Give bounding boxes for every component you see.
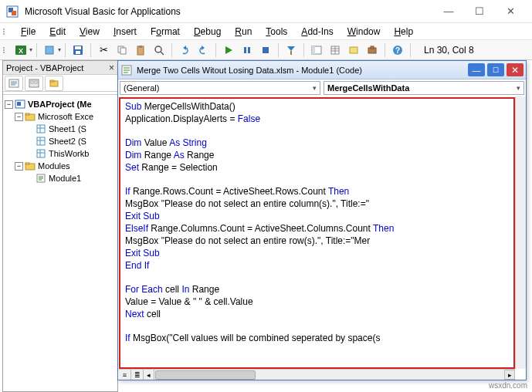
redo-icon[interactable] (195, 42, 212, 59)
mdi-maximize-button[interactable]: ☐ (487, 63, 504, 76)
object-dropdown[interactable]: (General) ▾ (120, 81, 320, 95)
help-icon[interactable]: ? (389, 42, 406, 59)
menu-debug[interactable]: Debug (187, 25, 228, 39)
scroll-right-icon[interactable]: ▸ (504, 370, 515, 380)
svg-rect-8 (76, 51, 80, 54)
folder-icon (25, 161, 36, 171)
toolbox-icon[interactable] (364, 42, 381, 59)
svg-rect-57 (25, 163, 29, 164)
tree-project-root[interactable]: − VBAProject (Me (5, 98, 116, 110)
insert-icon[interactable] (41, 42, 58, 59)
svg-line-14 (161, 52, 164, 55)
view-code-icon[interactable] (5, 76, 23, 91)
vertical-scrollbar[interactable] (515, 96, 526, 369)
menu-window[interactable]: Window (341, 25, 388, 39)
svg-rect-2 (12, 11, 16, 15)
menubar: File Edit View Insert Format Debug Run T… (0, 23, 532, 40)
menu-tools[interactable]: Tools (259, 25, 294, 39)
svg-marker-16 (202, 46, 205, 50)
cut-icon[interactable]: ✂ (95, 42, 112, 59)
menu-insert[interactable]: Insert (107, 25, 144, 39)
titlebar: Microsoft Visual Basic for Applications … (0, 0, 532, 23)
menu-format[interactable]: Format (144, 25, 187, 39)
tree-thisworkbook[interactable]: ThisWorkb (5, 147, 116, 160)
collapse-icon[interactable]: − (15, 162, 23, 171)
menu-addins[interactable]: Add-Ins (294, 25, 340, 39)
properties-icon[interactable] (327, 42, 344, 59)
svg-rect-42 (50, 80, 54, 82)
scroll-thumb[interactable] (155, 370, 256, 380)
toggle-folders-icon[interactable] (45, 76, 63, 91)
excel-dropdown-icon[interactable]: ▾ (29, 46, 32, 53)
svg-rect-18 (244, 47, 246, 53)
project-explorer-panel: Project - VBAProject × − VBAProject (Me … (2, 60, 118, 392)
svg-rect-31 (371, 46, 374, 49)
svg-marker-15 (183, 46, 186, 50)
insert-dropdown-icon[interactable]: ▾ (58, 46, 61, 53)
project-header-title: Project - VBAProject (6, 63, 83, 73)
svg-rect-50 (37, 137, 45, 145)
close-button[interactable]: ✕ (495, 2, 526, 22)
break-icon[interactable] (239, 42, 256, 59)
copy-icon[interactable] (114, 42, 130, 59)
toolbar-grip-icon (3, 47, 11, 53)
view-object-icon[interactable] (25, 76, 43, 91)
menu-run[interactable]: Run (228, 25, 259, 39)
svg-text:?: ? (395, 46, 400, 55)
svg-rect-19 (248, 47, 250, 53)
cursor-position: Ln 30, Col 8 (424, 45, 474, 56)
menu-help[interactable]: Help (387, 25, 420, 39)
svg-rect-53 (37, 150, 45, 157)
mdi-minimize-button[interactable]: — (468, 63, 485, 76)
paste-icon[interactable] (132, 42, 149, 59)
code-window-titlebar[interactable]: Merge Two Cells Witout Losing Data.xlsm … (118, 61, 526, 79)
menu-file[interactable]: File (14, 25, 42, 39)
workbook-icon (36, 148, 46, 159)
undo-icon[interactable] (176, 42, 193, 59)
tree-sheet2[interactable]: Sheet2 (S (5, 135, 116, 147)
svg-rect-20 (263, 47, 269, 53)
tree-sheet1[interactable]: Sheet1 (S (5, 123, 116, 135)
svg-rect-40 (35, 81, 37, 83)
project-close-button[interactable]: × (109, 63, 114, 73)
svg-rect-47 (37, 125, 45, 133)
toolbar: X ▾ ▾ ✂ ? Ln 30, Col 8 (0, 40, 532, 60)
find-icon[interactable] (151, 42, 168, 59)
mdi-close-button[interactable]: ✕ (507, 63, 524, 76)
menu-edit[interactable]: Edit (42, 25, 73, 39)
tree-folder-excel[interactable]: − Microsoft Exce (5, 110, 116, 123)
tree-module1[interactable]: Module1 (5, 172, 116, 184)
reset-icon[interactable] (257, 42, 274, 59)
object-browser-icon[interactable] (345, 42, 362, 59)
window-title: Microsoft Visual Basic for Applications (25, 6, 433, 17)
tree-folder-modules[interactable]: − Modules (5, 160, 116, 172)
run-icon[interactable] (220, 42, 237, 59)
svg-rect-12 (139, 46, 142, 48)
minimize-button[interactable]: — (433, 2, 464, 22)
save-icon[interactable] (69, 42, 86, 59)
folder-icon (25, 111, 36, 122)
excel-icon[interactable]: X (12, 42, 29, 59)
code-text[interactable]: Sub MergeCellsWithData() Application.Dis… (120, 99, 513, 347)
chevron-down-icon: ▾ (517, 84, 520, 92)
design-mode-icon[interactable] (283, 42, 300, 59)
svg-rect-44 (17, 102, 21, 106)
code-editor[interactable]: Sub MergeCellsWithData() Application.Dis… (119, 97, 515, 369)
worksheet-icon (36, 123, 46, 134)
worksheet-icon (36, 136, 46, 147)
svg-rect-10 (120, 48, 126, 54)
project-icon (15, 99, 25, 110)
project-tree[interactable]: − VBAProject (Me − Microsoft Exce Sheet1… (3, 95, 117, 391)
procedure-view-icon[interactable]: ≡ (119, 370, 131, 380)
scroll-left-icon[interactable]: ◂ (144, 370, 154, 380)
collapse-icon[interactable]: − (5, 100, 13, 109)
svg-rect-46 (25, 113, 29, 115)
menu-view[interactable]: View (73, 25, 107, 39)
horizontal-scrollbar[interactable]: ≡ ≣ ◂ ▸ (119, 369, 515, 380)
project-explorer-icon[interactable] (308, 42, 325, 59)
collapse-icon[interactable]: − (15, 113, 23, 121)
procedure-dropdown[interactable]: MergeCellsWithData ▾ (324, 81, 524, 95)
code-window-title: Merge Two Cells Witout Losing Data.xlsm … (137, 66, 466, 75)
full-module-view-icon[interactable]: ≣ (131, 370, 144, 380)
maximize-button[interactable]: ☐ (464, 2, 495, 22)
